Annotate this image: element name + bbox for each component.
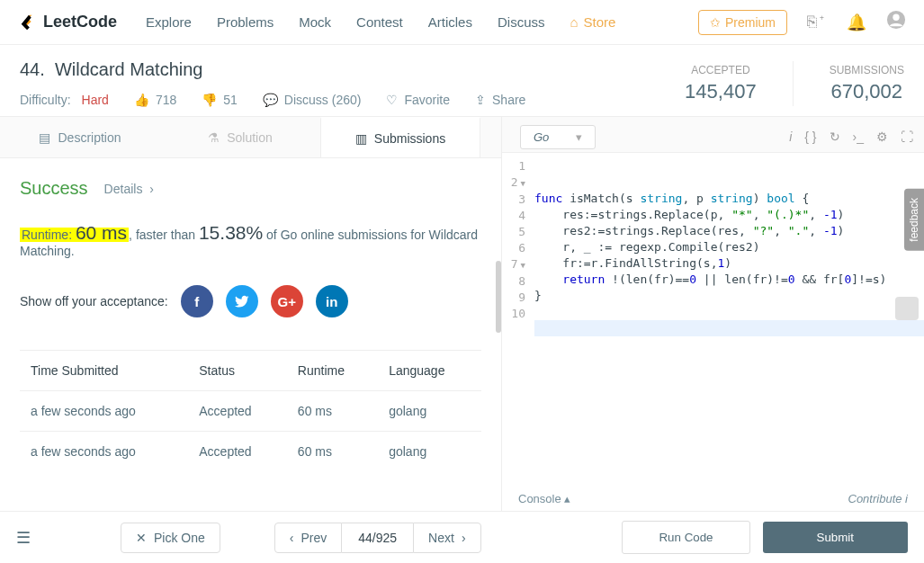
tab-submissions[interactable]: ▥Submissions (320, 117, 480, 157)
chevron-right-icon: › (462, 531, 466, 545)
share-icon: ⇪ (475, 93, 486, 107)
tab-description[interactable]: ▤Description (0, 117, 160, 157)
submissions-count: 670,002 (830, 80, 904, 103)
th-time: Time Submitted (20, 351, 188, 391)
nav-store[interactable]: ⌂Store (570, 14, 615, 30)
reset-icon[interactable]: ↻ (830, 130, 840, 144)
code-editor[interactable]: 1 2▼ 3456 7▼ 8910 func isMatch(s string,… (502, 153, 924, 485)
submit-button[interactable]: Submit (763, 522, 908, 553)
right-pane: Go▾ i { } ↻ ›_ ⚙ ⛶ 1 2▼ 3456 7▼ 8910 fun… (502, 117, 924, 513)
next-button[interactable]: Next› (413, 523, 480, 553)
chevron-left-icon: ‹ (290, 531, 294, 545)
nav-contest[interactable]: Contest (356, 14, 403, 30)
braces-icon[interactable]: { } (804, 130, 816, 144)
brand-text: LeetCode (43, 13, 117, 31)
console-toggle[interactable]: Console ▴ (518, 492, 570, 505)
console-bar: Console ▴ Contribute i (502, 485, 924, 513)
scrollbar[interactable] (496, 261, 501, 333)
nav-discuss[interactable]: Discuss (498, 14, 545, 30)
new-playground-icon[interactable]: ⎘⁺ (807, 13, 827, 31)
success-status: Success (20, 178, 88, 199)
shuffle-icon: ✕ (136, 531, 147, 545)
details-link[interactable]: Details › (104, 182, 154, 196)
bottom-bar: ☰ ✕Pick One ‹Prev 44/925 Next› Run Code … (0, 511, 924, 563)
store-icon: ⌂ (570, 14, 578, 30)
nav-problems[interactable]: Problems (217, 14, 274, 30)
run-code-button[interactable]: Run Code (622, 521, 749, 554)
left-pane: ▤Description ⚗Solution ▥Submissions Succ… (0, 117, 502, 513)
gear-icon[interactable]: ⚙ (876, 130, 888, 144)
show-off-label: Show off your acceptance: (20, 294, 168, 308)
comment-icon: 💬 (263, 93, 278, 107)
share-twitter[interactable] (226, 285, 258, 317)
thumbs-up-icon: 👍 (134, 93, 149, 107)
share-google[interactable]: G+ (271, 285, 303, 317)
submissions-table: Time Submitted Status Runtime Language a… (20, 350, 481, 471)
star-icon: ✩ (710, 15, 721, 30)
main-split: ▤Description ⚗Solution ▥Submissions Succ… (0, 117, 924, 513)
tab-solution[interactable]: ⚗Solution (160, 117, 320, 157)
runtime-line: Runtime: 60 ms, faster than 15.38% of Go… (20, 222, 481, 258)
prev-button[interactable]: ‹Prev (274, 523, 342, 553)
left-tabs: ▤Description ⚗Solution ▥Submissions (0, 117, 501, 158)
chevron-down-icon: ▾ (576, 130, 582, 144)
favorite-button[interactable]: ♡Favorite (386, 93, 450, 107)
page-indicator: 44/925 (342, 523, 413, 553)
submissions-label: SUBMISSIONS (830, 64, 904, 76)
editor-toolbar: Go▾ i { } ↻ ›_ ⚙ ⛶ (502, 117, 924, 153)
flask-icon: ⚗ (208, 130, 220, 145)
info-icon[interactable]: i (789, 130, 792, 144)
table-row[interactable]: a few seconds ago Accepted 60 ms golang (20, 432, 481, 472)
difficulty-label: Difficulty: (20, 93, 71, 107)
list-icon: ▥ (355, 131, 367, 146)
feedback-tab[interactable]: feedback (904, 189, 924, 251)
leetcode-icon (18, 13, 38, 32)
share-facebook[interactable]: f (181, 285, 213, 317)
fullscreen-icon[interactable]: ⛶ (901, 130, 913, 144)
terminal-icon[interactable]: ›_ (853, 130, 864, 144)
problem-header: 44. Wildcard Matching Difficulty: Hard 👍… (0, 45, 924, 117)
pick-one-button[interactable]: ✕Pick One (121, 523, 220, 553)
thumbs-down-icon: 👎 (202, 93, 217, 107)
premium-button[interactable]: ✩Premium (698, 10, 787, 35)
th-lang: Language (378, 351, 481, 391)
language-select[interactable]: Go▾ (520, 125, 596, 149)
contribute-link[interactable]: Contribute i (848, 492, 909, 505)
th-runtime: Runtime (287, 351, 378, 391)
chevron-up-icon: ▴ (564, 492, 570, 505)
nav-mock[interactable]: Mock (299, 14, 331, 30)
description-icon: ▤ (39, 130, 50, 145)
problem-list-icon[interactable]: ☰ (16, 528, 31, 548)
logo[interactable]: LeetCode (18, 13, 117, 32)
code-body[interactable]: func isMatch(s string, p string) bool { … (534, 158, 924, 485)
th-status: Status (188, 351, 287, 391)
share-button[interactable]: ⇪Share (475, 93, 525, 107)
stats: ACCEPTED 145,407 SUBMISSIONS 670,002 (685, 59, 904, 107)
accepted-label: ACCEPTED (685, 64, 757, 76)
table-row[interactable]: a few seconds ago Accepted 60 ms golang (20, 391, 481, 432)
dislike-button[interactable]: 👎51 (202, 93, 238, 107)
difficulty-value: Hard (82, 93, 109, 107)
notifications-icon[interactable]: 🔔 (847, 13, 866, 32)
top-nav: LeetCode Explore Problems Mock Contest A… (0, 0, 924, 45)
copy-icon[interactable] (895, 297, 919, 320)
problem-title: 44. Wildcard Matching (20, 59, 685, 80)
share-linkedin[interactable]: in (316, 285, 348, 317)
like-button[interactable]: 👍718 (134, 93, 176, 107)
discuss-link[interactable]: 💬Discuss (260) (263, 93, 362, 107)
gutter: 1 2▼ 3456 7▼ 8910 (502, 158, 534, 485)
user-icon[interactable] (886, 10, 906, 34)
accepted-count: 145,407 (685, 80, 757, 103)
result-body: Success Details › Runtime: 60 ms, faster… (0, 158, 501, 491)
svg-point-1 (893, 14, 899, 21)
nav-explore[interactable]: Explore (146, 14, 192, 30)
heart-icon: ♡ (386, 93, 398, 107)
nav-articles[interactable]: Articles (428, 14, 472, 30)
